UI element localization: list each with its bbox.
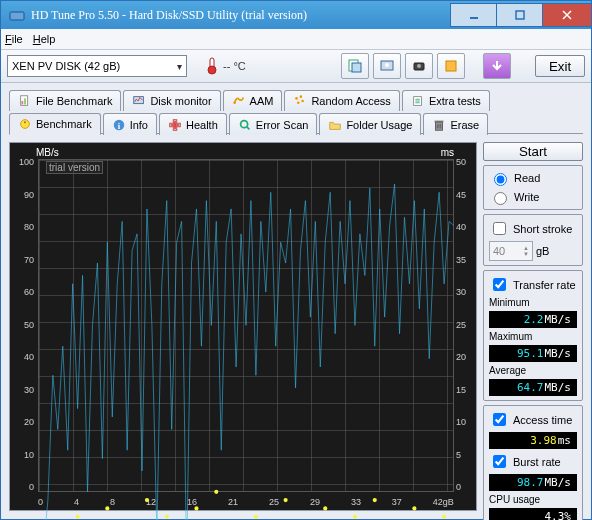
y-axis-left: 1009080706050403020100	[14, 157, 34, 492]
svg-point-83	[442, 515, 446, 519]
tab-aam[interactable]: AAM	[223, 90, 283, 111]
avg-label: Average	[489, 365, 577, 376]
y-right-label: ms	[441, 147, 454, 158]
close-button[interactable]	[542, 3, 592, 27]
tab-error-scan[interactable]: Error Scan	[229, 113, 318, 135]
benchmark-icon	[18, 117, 32, 131]
avg-value: 64.7 MB/s	[489, 379, 577, 396]
svg-point-19	[296, 97, 299, 100]
chart-plot	[38, 159, 454, 520]
options-button[interactable]	[437, 53, 465, 79]
temperature-value: -- °C	[223, 60, 246, 72]
menu-help[interactable]: Help	[33, 33, 56, 45]
svg-point-35	[240, 120, 247, 127]
random-access-icon	[293, 94, 307, 108]
svg-point-76	[373, 498, 377, 502]
start-button[interactable]: Start	[483, 142, 583, 161]
max-value: 95.1 MB/s	[489, 345, 577, 362]
svg-point-74	[353, 515, 357, 519]
svg-point-58	[194, 506, 198, 510]
svg-point-6	[208, 66, 216, 74]
temperature-readout: -- °C	[205, 57, 246, 75]
svg-point-55	[165, 515, 169, 519]
cpu-value: 4.3%	[489, 508, 577, 520]
minimize-button[interactable]	[450, 3, 497, 27]
drive-select-value: XEN PV DISK (42 gB)	[12, 60, 120, 72]
svg-point-64	[254, 515, 258, 519]
aam-icon	[232, 94, 246, 108]
svg-line-36	[247, 126, 250, 129]
tab-benchmark[interactable]: Benchmark	[9, 113, 101, 135]
extra-tests-icon	[411, 94, 425, 108]
tab-extra-tests[interactable]: Extra tests	[402, 90, 490, 111]
svg-rect-2	[516, 11, 524, 19]
svg-rect-15	[22, 101, 24, 105]
exit-button[interactable]: Exit	[535, 55, 585, 77]
erase-icon	[432, 118, 446, 132]
svg-rect-13	[446, 61, 456, 71]
tab-folder-usage[interactable]: Folder Usage	[319, 113, 421, 135]
svg-rect-16	[24, 98, 26, 104]
short-stroke-value: 40▲▼	[489, 241, 533, 261]
maximize-button[interactable]	[496, 3, 543, 27]
burst-value: 98.7 MB/s	[489, 474, 577, 491]
svg-point-21	[297, 101, 300, 104]
error-scan-icon	[238, 118, 252, 132]
access-time-check[interactable]: Access time	[489, 410, 577, 429]
tab-random-access[interactable]: Random Access	[284, 90, 399, 111]
write-radio[interactable]: Write	[489, 189, 577, 205]
tab-info[interactable]: iInfo	[103, 113, 157, 135]
min-label: Minimum	[489, 297, 577, 308]
svg-point-49	[105, 506, 109, 510]
y-left-label: MB/s	[36, 147, 59, 158]
max-label: Maximum	[489, 331, 577, 342]
y-axis-right: 50454035302520151050	[456, 157, 472, 492]
svg-point-28	[24, 121, 26, 123]
svg-point-80	[412, 506, 416, 510]
transfer-rate-check[interactable]: Transfer rate	[489, 275, 577, 294]
read-radio[interactable]: Read	[489, 170, 577, 186]
min-value: 2.2 MB/s	[489, 311, 577, 328]
info-icon: i	[112, 118, 126, 132]
drive-select[interactable]: XEN PV DISK (42 gB)	[7, 55, 187, 77]
svg-point-20	[300, 95, 303, 98]
svg-point-18	[233, 101, 236, 104]
file-benchmark-icon	[18, 94, 32, 108]
copy-info-button[interactable]	[341, 53, 369, 79]
copy-screenshot-button[interactable]	[373, 53, 401, 79]
svg-point-22	[302, 100, 305, 103]
window-title: HD Tune Pro 5.50 - Hard Disk/SSD Utility…	[31, 8, 307, 23]
save-screenshot-button[interactable]	[405, 53, 433, 79]
svg-point-67	[284, 498, 288, 502]
disk-monitor-icon	[132, 94, 146, 108]
thermometer-icon	[205, 57, 219, 75]
menubar: File Help	[1, 29, 591, 50]
burst-rate-check[interactable]: Burst rate	[489, 452, 577, 471]
svg-rect-0	[10, 12, 24, 20]
svg-point-46	[76, 515, 80, 519]
svg-point-60	[214, 490, 218, 494]
cpu-label: CPU usage	[489, 494, 577, 505]
titlebar: HD Tune Pro 5.50 - Hard Disk/SSD Utility…	[1, 1, 591, 29]
tab-health[interactable]: Health	[159, 113, 227, 135]
svg-rect-38	[435, 120, 444, 122]
svg-rect-8	[352, 63, 361, 72]
tab-disk-monitor[interactable]: Disk monitor	[123, 90, 220, 111]
tab-erase[interactable]: Erase	[423, 113, 488, 135]
side-panel: Start Read Write Short stroke 40▲▼ gB Tr…	[483, 142, 583, 511]
svg-point-12	[417, 64, 421, 68]
app-icon	[9, 7, 25, 23]
short-stroke-check[interactable]: Short stroke	[489, 219, 577, 238]
svg-point-10	[385, 63, 389, 67]
access-value: 3.98 ms	[489, 432, 577, 449]
health-icon	[168, 118, 182, 132]
toolbar: XEN PV DISK (42 gB) -- °C Exit	[1, 50, 591, 83]
menu-file[interactable]: File	[5, 33, 23, 45]
svg-rect-34	[171, 124, 180, 126]
folder-usage-icon	[328, 118, 342, 132]
tab-file-benchmark[interactable]: File Benchmark	[9, 90, 121, 111]
benchmark-chart: MB/s ms trial version 100908070605040302…	[9, 142, 477, 511]
svg-point-71	[323, 506, 327, 510]
save-button[interactable]	[483, 53, 511, 79]
svg-point-27	[21, 120, 30, 129]
